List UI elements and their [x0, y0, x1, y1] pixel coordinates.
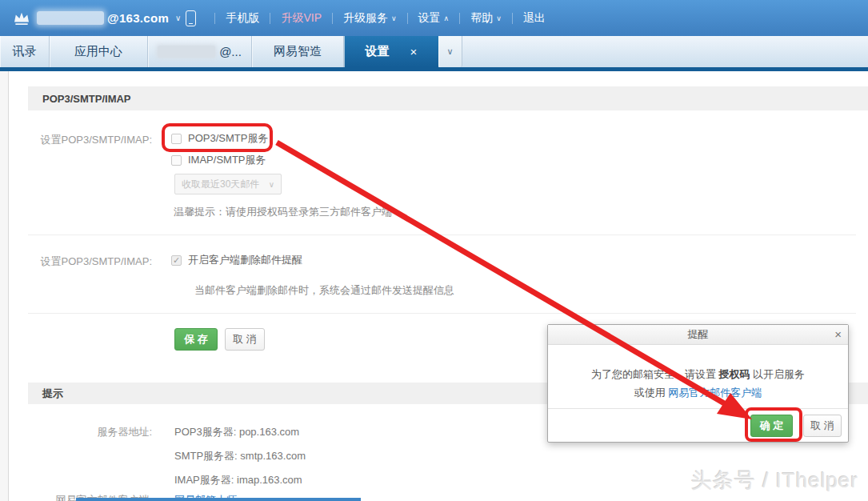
- cancel-button[interactable]: 取 消: [225, 328, 265, 351]
- fetch-range-dropdown[interactable]: 收取最近30天邮件 ∨: [174, 174, 282, 194]
- webmail-settings-page: @163.com ∨ 手机版 升级VIP 升级服务 ∨ 设置 ∧ 帮助 ∨ 退出: [0, 0, 868, 501]
- delete-reminder-checkbox[interactable]: ✓: [171, 255, 182, 266]
- delete-reminder-hint: 当邮件客户端删除邮件时，系统会通过邮件发送提醒信息: [194, 283, 454, 298]
- section-header-pop3: POP3/SMTP/IMAP: [28, 86, 868, 110]
- dialog-cancel-button[interactable]: 取 消: [803, 415, 842, 437]
- tab-bar: 讯录 应用中心 @... 网易智造 设置 × ∨: [0, 36, 868, 67]
- tab-wangyi-zhizao[interactable]: 网易智造: [252, 36, 344, 67]
- imap-smtp-checkbox-label[interactable]: IMAP/SMTP服务: [188, 153, 266, 167]
- server-address-label: 服务器地址:: [0, 425, 152, 439]
- mobile-phone-icon[interactable]: [186, 10, 196, 26]
- nav-item-label: 退出: [523, 11, 546, 26]
- tab-overflow-chevron[interactable]: ∨: [438, 36, 462, 67]
- imap-smtp-service-row: IMAP/SMTP服务: [171, 153, 266, 167]
- divider: [459, 13, 460, 24]
- official-client-dialog-link[interactable]: 网易官方邮件客户端: [668, 387, 762, 399]
- pop3-smtp-checkbox-label[interactable]: POP3/SMTP服务: [188, 131, 268, 146]
- divider: [332, 13, 333, 24]
- chevron-down-icon: ∨: [269, 180, 274, 189]
- dialog-text: 为了您的邮箱安全，请设置: [591, 368, 719, 380]
- close-icon[interactable]: ×: [410, 45, 418, 58]
- delete-reminder-row: ✓ 开启客户端删除邮件提醒: [171, 253, 302, 267]
- divider: [512, 13, 513, 24]
- account-name-blurred: [37, 11, 104, 25]
- pop3-smtp-service-row: POP3/SMTP服务: [171, 131, 268, 146]
- tab-settings[interactable]: 设置 ×: [344, 36, 438, 67]
- tab-name-blurred: [158, 46, 215, 58]
- tab-contacts-partial[interactable]: 讯录: [0, 36, 50, 67]
- account-email-domain[interactable]: @163.com: [107, 11, 169, 25]
- chevron-down-icon: ∨: [446, 46, 453, 57]
- tab-label: 设置: [366, 44, 390, 59]
- auth-code-emphasis: 授权码: [719, 368, 750, 380]
- fetch-range-value: 收取最近30天邮件: [182, 178, 259, 191]
- nav-item-label: 升级服务: [343, 11, 388, 26]
- divider: [28, 234, 856, 235]
- dialog-body: 为了您的邮箱安全，请设置 授权码 以开启服务 或使用 网易官方邮件客户端: [548, 345, 848, 402]
- divider: [28, 313, 856, 314]
- nav-item-upgrade-vip[interactable]: 升级VIP: [281, 11, 322, 26]
- nav-item-settings[interactable]: 设置 ∧: [418, 11, 450, 26]
- tab-label: 网易智造: [274, 44, 322, 59]
- reminder-dialog: 提醒 × 为了您的邮箱安全，请设置 授权码 以开启服务 或使用 网易官方邮件客户…: [547, 324, 849, 443]
- dialog-line2: 或使用 网易官方邮件客户端: [548, 383, 848, 402]
- tab-app-center[interactable]: 应用中心: [50, 36, 148, 67]
- chevron-down-icon: ∨: [496, 14, 502, 22]
- divider: [407, 13, 408, 24]
- nav-item-upgrade-services[interactable]: 升级服务 ∨: [343, 11, 397, 26]
- chevron-up-icon: ∧: [444, 14, 450, 22]
- tab-label: 应用中心: [74, 44, 122, 59]
- pop3-server-address: POP3服务器: pop.163.com: [174, 425, 299, 439]
- close-icon[interactable]: ×: [834, 327, 842, 341]
- pop3-smtp-checkbox[interactable]: [171, 134, 182, 144]
- delete-reminder-checkbox-label[interactable]: 开启客户端删除邮件提醒: [188, 253, 302, 267]
- section-title: 提示: [42, 387, 63, 401]
- nav-item-help[interactable]: 帮助 ∨: [470, 11, 502, 26]
- dialog-line1: 为了您的邮箱安全，请设置 授权码 以开启服务: [548, 365, 848, 383]
- nav-item-label: 升级VIP: [281, 11, 322, 26]
- row1-label: 设置POP3/SMTP/IMAP:: [0, 133, 152, 147]
- active-tab-indicator-bar: [0, 67, 868, 71]
- save-button[interactable]: 保 存: [174, 328, 218, 351]
- nav-item-label: 设置: [418, 11, 441, 26]
- watermark-text: 头条号 / IThelper: [691, 467, 858, 495]
- tab-label: 讯录: [13, 44, 37, 59]
- divider: [214, 13, 215, 24]
- nav-item-label: 手机版: [226, 11, 259, 26]
- nav-item-mobile-version[interactable]: 手机版: [226, 11, 259, 26]
- clipped-bottom-element: [76, 498, 361, 501]
- ok-button[interactable]: 确 定: [750, 415, 793, 437]
- row2-label: 设置POP3/SMTP/IMAP:: [0, 255, 152, 269]
- dialog-text: 或使用: [634, 387, 669, 399]
- vip-crown-icon: [11, 8, 32, 29]
- top-navbar: @163.com ∨ 手机版 升级VIP 升级服务 ∨ 设置 ∧ 帮助 ∨ 退出: [0, 0, 868, 36]
- dialog-title-bar: 提醒 ×: [548, 325, 848, 345]
- tab-label: @...: [219, 45, 242, 58]
- account-chevron-down-icon[interactable]: ∨: [175, 14, 181, 22]
- imap-smtp-checkbox[interactable]: [171, 155, 182, 166]
- dialog-text: 以开启服务: [750, 368, 806, 380]
- smtp-server-address: SMTP服务器: smtp.163.com: [174, 449, 306, 463]
- nav-item-label: 帮助: [470, 11, 493, 26]
- auth-code-hint: 温馨提示：请使用授权码登录第三方邮件客户端: [174, 205, 392, 219]
- dialog-title: 提醒: [688, 327, 709, 342]
- divider: [270, 13, 270, 24]
- nav-item-logout[interactable]: 退出: [523, 11, 546, 26]
- chevron-down-icon: ∨: [391, 14, 397, 22]
- section-title: POP3/SMTP/IMAP: [42, 93, 131, 105]
- tab-blurred-email[interactable]: @...: [148, 36, 252, 67]
- dialog-footer: 确 定 取 消: [548, 408, 848, 442]
- imap-server-address: IMAP服务器: imap.163.com: [174, 473, 302, 487]
